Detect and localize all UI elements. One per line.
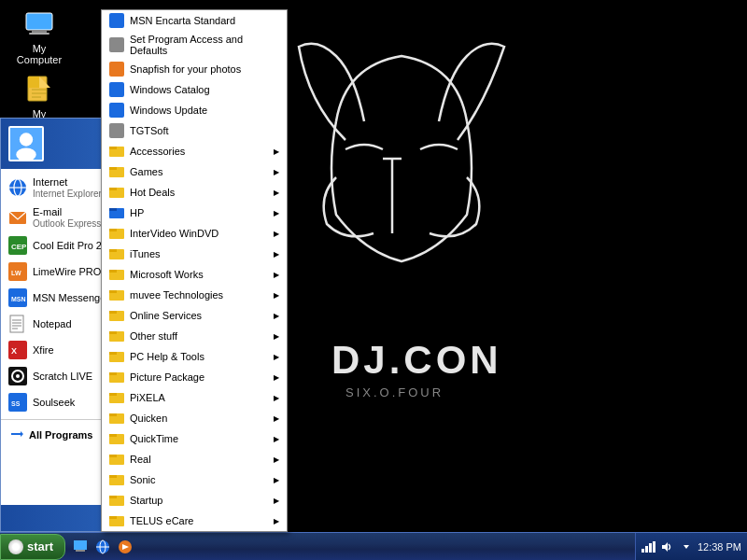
svg-rect-94 [109, 393, 117, 396]
svg-text:CEP: CEP [11, 243, 27, 251]
prog-microsoft-works[interactable]: Microsoft Works [102, 264, 287, 285]
svg-rect-1 [32, 30, 47, 33]
quicklaunch-media-player[interactable] [114, 536, 136, 558]
prog-snapfish[interactable]: Snapfish for your photos [102, 59, 287, 79]
prog-set-program-access[interactable]: Set Program Access and Defaults [102, 31, 287, 59]
prog-telus[interactable]: TELUS eCare [102, 511, 287, 531]
svg-rect-123 [76, 550, 85, 552]
svg-rect-132 [653, 541, 655, 553]
tray-network-icon[interactable] [641, 539, 656, 554]
prog-picture-package[interactable]: Picture Package [102, 367, 287, 387]
svg-rect-72 [109, 167, 117, 170]
desktop: DJ.CON SIX.O.FOUR My Computer My Documen… [0, 0, 747, 560]
svg-rect-92 [109, 372, 117, 375]
svg-rect-129 [641, 549, 644, 553]
taskbar: start 12:38 PM [0, 532, 747, 560]
svg-rect-104 [109, 496, 117, 498]
svg-rect-68 [109, 123, 124, 138]
svg-point-20 [20, 133, 33, 146]
svg-rect-4 [28, 77, 39, 88]
svg-rect-70 [109, 147, 117, 149]
logo-text-subtitle: SIX.O.FOUR [345, 385, 444, 399]
svg-rect-78 [109, 229, 117, 231]
system-tray: 12:38 PM [635, 533, 747, 560]
svg-rect-76 [109, 208, 117, 211]
prog-hp[interactable]: HP [102, 203, 287, 223]
tray-volume-icon[interactable] [660, 539, 675, 554]
svg-rect-86 [109, 311, 117, 314]
svg-marker-44 [11, 431, 23, 437]
svg-rect-65 [109, 62, 124, 77]
prog-windows-catalog[interactable]: Windows Catalog [102, 79, 287, 100]
prog-quicktime[interactable]: QuickTime [102, 428, 287, 449]
quicklaunch-ie[interactable] [92, 536, 114, 558]
prog-hot-deals[interactable]: Hot Deals [102, 182, 287, 203]
svg-marker-133 [662, 542, 668, 552]
svg-rect-88 [109, 331, 117, 334]
svg-rect-130 [645, 546, 648, 553]
prog-online-services[interactable]: Online Services [102, 305, 287, 326]
prog-quicken[interactable]: Quicken [102, 408, 287, 428]
svg-rect-80 [109, 249, 117, 252]
svg-rect-2 [29, 33, 49, 35]
prog-other-stuff[interactable]: Other stuff [102, 326, 287, 346]
svg-rect-82 [109, 270, 117, 273]
svg-point-41 [16, 374, 20, 378]
start-orb [8, 539, 23, 554]
prog-startup[interactable]: Startup [102, 490, 287, 511]
svg-rect-66 [109, 82, 124, 97]
svg-rect-32 [10, 315, 23, 332]
prog-intervideo[interactable]: InterVideo WinDVD [102, 223, 287, 244]
svg-text:MSN: MSN [11, 296, 26, 302]
svg-rect-96 [109, 413, 117, 416]
svg-rect-122 [74, 540, 87, 550]
svg-rect-84 [109, 290, 117, 293]
svg-text:LW: LW [11, 270, 21, 276]
svg-rect-64 [109, 37, 124, 52]
quicklaunch-show-desktop[interactable] [69, 536, 92, 558]
prog-games[interactable]: Games [102, 161, 287, 182]
svg-rect-67 [109, 103, 124, 118]
system-time: 12:38 PM [698, 541, 741, 553]
svg-rect-131 [649, 543, 652, 553]
svg-marker-134 [684, 545, 689, 549]
prog-pc-help[interactable]: PC Help & Tools [102, 346, 287, 367]
desktop-icon-my-computer[interactable]: My Computer [9, 9, 69, 65]
user-avatar [8, 126, 44, 161]
tray-arrow-icon[interactable] [679, 539, 694, 554]
logo-text-djcon: DJ.CON [331, 338, 502, 382]
svg-text:SS: SS [11, 400, 21, 407]
prog-sonic[interactable]: Sonic [102, 469, 287, 490]
prog-pixela[interactable]: PiXELA [102, 387, 287, 408]
svg-rect-98 [109, 434, 117, 437]
prog-users-guides[interactable]: User's Guides [102, 531, 287, 532]
prog-tgtsoft[interactable]: TGTSoft [102, 120, 287, 141]
prog-real[interactable]: Real [102, 449, 287, 469]
svg-rect-74 [109, 188, 117, 190]
svg-rect-102 [109, 475, 117, 478]
prog-msn-encarta[interactable]: MSN Encarta Standard [102, 10, 287, 31]
prog-itunes[interactable]: iTunes [102, 244, 287, 264]
programs-menu: MSN Encarta Standard Set Program Access … [101, 9, 288, 532]
prog-accessories[interactable]: Accessories [102, 141, 287, 161]
prog-windows-update[interactable]: Windows Update [102, 100, 287, 120]
svg-rect-106 [109, 516, 117, 519]
svg-text:X: X [11, 346, 17, 356]
svg-rect-90 [109, 352, 117, 355]
svg-rect-100 [109, 455, 117, 457]
start-button[interactable]: start [0, 534, 65, 560]
svg-rect-0 [26, 13, 52, 30]
svg-rect-63 [109, 13, 124, 28]
prog-muvee[interactable]: muvee Technologies [102, 285, 287, 305]
taskbar-items [136, 533, 635, 560]
